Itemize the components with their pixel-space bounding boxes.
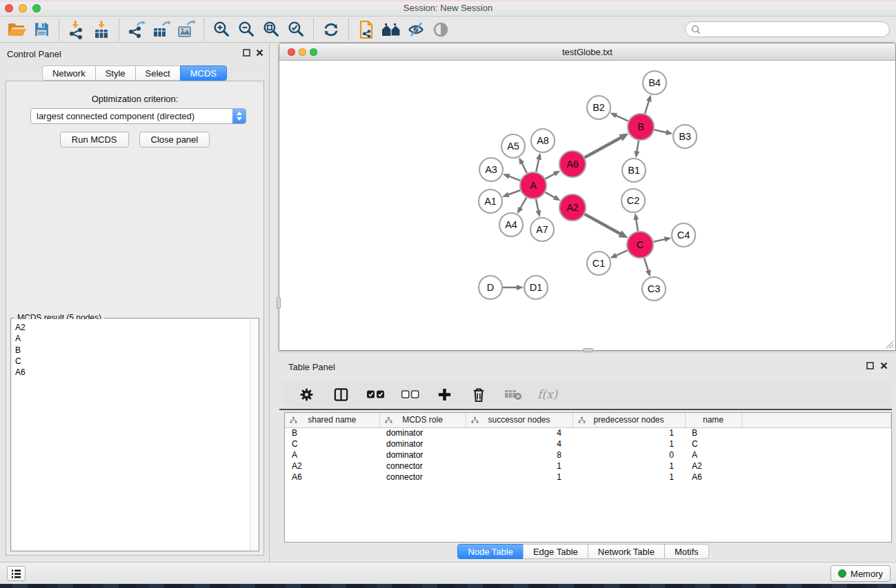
table-cell[interactable]: C bbox=[685, 438, 741, 449]
function-builder-icon[interactable]: f(x) bbox=[537, 387, 557, 401]
table-cell[interactable]: dominator bbox=[379, 427, 466, 438]
table-cell[interactable]: C bbox=[285, 438, 379, 449]
tab-style[interactable]: Style bbox=[95, 65, 136, 81]
list-item[interactable]: A2 bbox=[15, 322, 250, 333]
column-header[interactable]: successor nodes bbox=[466, 413, 573, 427]
splitter-handle[interactable] bbox=[277, 297, 281, 309]
minimize-network-window-icon[interactable] bbox=[299, 48, 306, 56]
edge-C-C1[interactable] bbox=[615, 250, 628, 256]
tab-motifs[interactable]: Motifs bbox=[664, 544, 709, 559]
close-network-window-icon[interactable] bbox=[288, 48, 295, 56]
edge-B-B1[interactable] bbox=[637, 141, 639, 153]
list-item[interactable]: B bbox=[15, 345, 250, 356]
zoom-out-icon[interactable] bbox=[234, 19, 259, 41]
table-cell[interactable]: 4 bbox=[466, 438, 573, 449]
edge-A-A8[interactable] bbox=[536, 158, 539, 172]
network-window-titlebar[interactable]: testGlobe.txt bbox=[279, 43, 895, 61]
new-network-from-selection-icon[interactable] bbox=[354, 19, 379, 41]
table-row[interactable]: Bdominator41B bbox=[285, 427, 891, 438]
float-panel-icon[interactable] bbox=[243, 49, 250, 57]
tab-select[interactable]: Select bbox=[135, 65, 181, 81]
float-panel-icon[interactable] bbox=[866, 362, 874, 369]
scrollbar-track[interactable] bbox=[250, 319, 258, 550]
import-table-icon[interactable] bbox=[89, 19, 114, 41]
edge-A-A7[interactable] bbox=[536, 199, 539, 212]
table-cell[interactable]: dominator bbox=[379, 438, 466, 449]
column-header[interactable]: predecessor nodes bbox=[573, 413, 685, 427]
export-network-icon[interactable] bbox=[124, 19, 149, 41]
table-cell[interactable]: 4 bbox=[466, 427, 573, 438]
table-cell[interactable]: 1 bbox=[573, 438, 685, 449]
list-item[interactable]: A bbox=[15, 333, 250, 344]
zoom-selected-icon[interactable] bbox=[283, 19, 308, 41]
table-cell[interactable]: A2 bbox=[285, 460, 379, 472]
open-file-icon[interactable] bbox=[4, 19, 29, 41]
deselect-all-icon[interactable] bbox=[399, 383, 420, 405]
dropdown-stepper-icon[interactable] bbox=[232, 109, 246, 123]
tab-mcds[interactable]: MCDS bbox=[180, 65, 227, 81]
export-image-icon[interactable] bbox=[174, 19, 199, 41]
table-row[interactable]: Adominator80A bbox=[285, 449, 891, 460]
edge-C-C4[interactable] bbox=[654, 239, 666, 242]
close-panel-icon[interactable] bbox=[880, 362, 888, 369]
column-header[interactable]: name bbox=[685, 413, 741, 427]
edge-A2-C[interactable] bbox=[585, 214, 621, 234]
hide-selection-icon[interactable] bbox=[404, 19, 428, 41]
mcds-result-list[interactable]: A2ABCA6 bbox=[12, 319, 250, 550]
edge-C-C2[interactable] bbox=[636, 219, 638, 232]
gear-icon[interactable] bbox=[296, 383, 317, 405]
splitter-handle[interactable] bbox=[583, 348, 593, 352]
select-all-icon[interactable] bbox=[365, 383, 386, 405]
table-cell[interactable]: 1 bbox=[573, 472, 685, 483]
table-cell[interactable]: connector bbox=[379, 460, 466, 472]
table-cell[interactable]: 1 bbox=[573, 460, 685, 472]
resize-grip-icon[interactable] bbox=[884, 339, 894, 349]
column-header[interactable]: shared name bbox=[285, 413, 379, 427]
tab-edge-table[interactable]: Edge Table bbox=[523, 544, 588, 559]
table-cell[interactable]: A bbox=[685, 449, 741, 460]
table-cell[interactable]: B bbox=[285, 427, 379, 438]
first-neighbors-icon[interactable] bbox=[379, 19, 404, 41]
edge-B-B2[interactable] bbox=[615, 115, 628, 121]
table-cell[interactable]: A bbox=[285, 449, 379, 460]
export-table-icon[interactable] bbox=[149, 19, 174, 41]
table-cell[interactable]: 0 bbox=[573, 449, 685, 460]
maximize-network-window-icon[interactable] bbox=[310, 48, 317, 56]
table-cell[interactable]: A6 bbox=[685, 472, 741, 483]
list-item[interactable]: A6 bbox=[15, 367, 250, 378]
edge-A-A3[interactable] bbox=[508, 176, 520, 181]
save-icon[interactable] bbox=[29, 19, 54, 41]
table-cell[interactable]: 8 bbox=[466, 449, 573, 460]
table-cell[interactable]: 1 bbox=[573, 427, 685, 438]
tab-node-table[interactable]: Node Table bbox=[457, 544, 524, 559]
edge-A-A5[interactable] bbox=[521, 162, 527, 173]
table-cell[interactable]: B bbox=[685, 427, 741, 438]
table-cell[interactable]: connector bbox=[379, 472, 466, 483]
column-header[interactable]: MCDS role bbox=[379, 413, 466, 427]
list-item[interactable]: C bbox=[15, 356, 250, 367]
window-titlebar[interactable]: Session: New Session bbox=[0, 0, 896, 17]
edge-A-A4[interactable] bbox=[520, 197, 526, 209]
task-history-button[interactable] bbox=[7, 566, 26, 581]
table-cell[interactable]: 1 bbox=[466, 460, 573, 472]
table-cell[interactable]: A6 bbox=[285, 472, 379, 483]
tab-network-table[interactable]: Network Table bbox=[588, 544, 665, 559]
edge-B-B4[interactable] bbox=[645, 100, 649, 114]
edge-A-A2[interactable] bbox=[545, 192, 555, 199]
network-canvas[interactable]: B4B2BB3A5A8A6A3AB1A1C2A2A4A7C4CC1C3DD1 bbox=[279, 61, 895, 350]
node-table[interactable]: shared nameMCDS rolesuccessor nodesprede… bbox=[284, 412, 892, 543]
search-field[interactable] bbox=[685, 21, 890, 37]
edge-A-A6[interactable] bbox=[546, 173, 556, 179]
table-cell[interactable]: A2 bbox=[685, 460, 741, 472]
memory-button[interactable]: Memory bbox=[830, 565, 890, 582]
table-row[interactable]: A6connector11A6 bbox=[285, 472, 891, 483]
edge-A-A1[interactable] bbox=[507, 190, 520, 195]
run-mcds-button[interactable]: Run MCDS bbox=[60, 132, 129, 148]
import-network-icon[interactable] bbox=[64, 19, 89, 41]
close-panel-button[interactable]: Close panel bbox=[139, 132, 210, 148]
search-input[interactable] bbox=[704, 25, 884, 34]
table-row[interactable]: Cdominator41C bbox=[285, 438, 891, 449]
show-all-icon[interactable] bbox=[428, 19, 453, 41]
table-row[interactable]: A2connector11A2 bbox=[285, 460, 891, 472]
column-selector-icon[interactable] bbox=[330, 383, 351, 405]
